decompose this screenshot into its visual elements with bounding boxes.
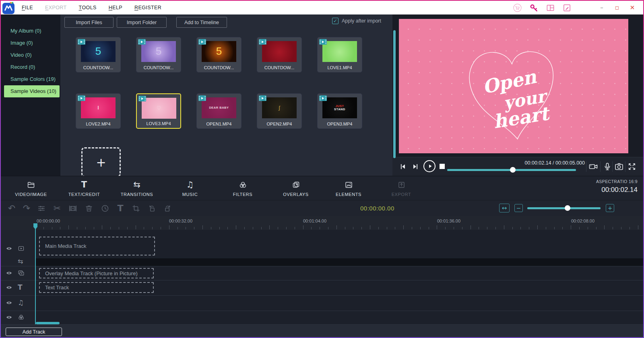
media-thumbnail: ♡ — [142, 98, 176, 119]
import-folder-button[interactable]: Import Folder — [117, 17, 167, 28]
menu-item-file[interactable]: FILE — [22, 5, 33, 10]
menu-item-export[interactable]: EXPORT — [45, 5, 67, 10]
media-item[interactable]: DEAR BABYOPEN1.MP4 — [196, 93, 242, 129]
ruler-tick — [102, 225, 102, 229]
track-visibility-toggle-eye-icon[interactable] — [6, 245, 12, 252]
zoom-fit-button[interactable]: ↔ — [499, 204, 510, 212]
next-frame-button[interactable] — [411, 162, 420, 171]
thumbnail-text: ʃ — [279, 105, 280, 111]
tab-transitions[interactable]: ⇆TRANSITIONS — [112, 180, 162, 197]
sidebar-item-image[interactable]: Image (0) — [4, 37, 60, 49]
media-item[interactable]: JUSTSTANDOPEN3.MP4 — [317, 93, 362, 129]
rotate-left-button[interactable] — [147, 203, 157, 214]
track-visibility-toggle-eye-icon[interactable] — [6, 314, 12, 321]
media-item[interactable]: 5COUNTDOW... — [136, 37, 181, 72]
sidebar-item-record[interactable]: Record (0) — [4, 61, 60, 73]
record-screen-button[interactable] — [588, 162, 599, 172]
apply-after-import-checkbox[interactable]: ✓ — [332, 18, 339, 24]
add-to-timeline-button[interactable]: Add to Timeline — [176, 17, 227, 28]
redo-button[interactable]: ↷ — [21, 203, 32, 214]
undo-button[interactable]: ↶ — [6, 203, 17, 214]
preview-progress-knob[interactable] — [510, 167, 516, 173]
tab-music[interactable]: ♫MUSIC — [165, 180, 215, 197]
app-window: FILEEXPORTTOOLSHELPREGISTER –◻✕ My Album… — [1, 1, 643, 337]
sidebar-item-my[interactable]: My Album (0) — [4, 25, 60, 37]
menu-item-register[interactable]: REGISTER — [134, 5, 161, 10]
preview-progress-slider[interactable] — [447, 169, 576, 171]
edit-pencil-icon[interactable] — [562, 3, 572, 12]
tab-text-credit[interactable]: TTEXT/CREDIT — [59, 180, 109, 197]
record-voiceover-button[interactable] — [603, 162, 613, 172]
zoom-out-button[interactable]: − — [514, 204, 523, 212]
track-dropzone-text[interactable]: Text Track — [39, 282, 154, 293]
track-dropzone-pip[interactable]: Overlay Media Track (Picture in Picture) — [39, 268, 154, 278]
timeline-timecode: 00:00:00.00 — [360, 205, 394, 212]
detach-button[interactable] — [68, 203, 78, 214]
transitions-icon: ⇆ — [112, 180, 162, 190]
adjust-button[interactable] — [36, 203, 47, 214]
ruler-tick — [512, 227, 513, 229]
playhead-line[interactable] — [35, 229, 36, 324]
track-separator — [1, 295, 643, 296]
snapshot-button[interactable] — [614, 162, 625, 172]
stop-button[interactable] — [440, 164, 445, 169]
ruler-tick — [378, 227, 379, 229]
tab-filters[interactable]: FILTERS — [218, 180, 268, 197]
media-library: ✓ Apply after import Import FilesImport … — [60, 14, 392, 176]
import-files-button[interactable]: Import Files — [64, 17, 114, 28]
add-media-button[interactable]: + — [81, 147, 121, 176]
media-item[interactable]: COUNTDOW... — [257, 37, 302, 72]
media-item[interactable]: 5COUNTDOW... — [76, 37, 121, 72]
ruler-tick — [588, 227, 588, 229]
duration-button[interactable] — [100, 203, 110, 214]
timeline-zoom-slider[interactable] — [527, 207, 601, 209]
tab-label: ELEMENTS — [324, 192, 374, 197]
track-separator — [1, 266, 643, 266]
timeline-ruler[interactable]: 00:00:00.0000:00:32.0000:01:04.0000:01:3… — [1, 216, 643, 230]
rotate-right-button[interactable] — [163, 203, 173, 214]
play-button[interactable] — [423, 160, 436, 172]
sidebar-item-sample[interactable]: Sample Videos (10) — [4, 85, 60, 97]
layout-panels-icon[interactable] — [545, 3, 555, 12]
crop-button[interactable] — [131, 203, 141, 214]
tab-elements[interactable]: ELEMENTS — [324, 180, 374, 197]
activation-key-icon[interactable] — [529, 3, 539, 12]
tab-video-image[interactable]: VIDEO/IMAGE — [6, 180, 56, 197]
add-text-button[interactable]: T — [115, 203, 126, 214]
track-dropzone-video[interactable]: Main Media Track — [39, 237, 155, 256]
zoom-in-button[interactable]: + — [606, 204, 614, 212]
fullscreen-button[interactable] — [627, 162, 638, 172]
track-visibility-toggle-eye-icon[interactable] — [6, 284, 12, 291]
ruler-tick — [462, 227, 462, 229]
media-item[interactable]: ♡LOVE3.MP4 — [136, 93, 181, 129]
tab-export[interactable]: EXPORT — [376, 180, 426, 197]
project-info: ASPECTRATIO 16:9 00:00:02.14 — [596, 179, 638, 194]
menu-item-help[interactable]: HELP — [109, 5, 122, 10]
media-item[interactable]: LOVE1.MP4 — [317, 37, 362, 72]
library-scrollbar[interactable] — [393, 30, 396, 158]
media-thumbnail — [262, 41, 297, 62]
minimize-button[interactable]: – — [594, 2, 609, 14]
media-item[interactable]: 5COUNTDOW... — [196, 37, 242, 72]
zoom-slider-knob[interactable] — [565, 205, 570, 211]
sidebar-item-sample[interactable]: Sample Colors (19) — [4, 73, 60, 85]
close-button[interactable]: ✕ — [625, 2, 640, 14]
media-item[interactable]: ʃOPEN2.MP4 — [257, 93, 302, 129]
track-headers: ⇆T♫ — [1, 230, 36, 324]
track-visibility-toggle-eye-icon[interactable] — [6, 270, 12, 276]
previous-frame-button[interactable] — [398, 162, 408, 171]
ruler-tick — [638, 225, 638, 229]
video-file-badge-icon — [259, 39, 266, 45]
media-thumbnail: DEAR BABY — [202, 97, 236, 118]
delete-button[interactable] — [84, 203, 94, 214]
store-cart-icon[interactable] — [512, 3, 522, 12]
sidebar-item-video[interactable]: Video (0) — [4, 49, 60, 61]
tab-overlays[interactable]: OVERLAYS — [271, 180, 321, 197]
add-track-button[interactable]: Add Track — [6, 328, 62, 336]
track-visibility-toggle-eye-icon[interactable] — [6, 299, 12, 306]
maximize-button[interactable]: ◻ — [609, 2, 625, 14]
media-item[interactable]: ILOVE2.MP4 — [76, 93, 121, 129]
thumbnail-text: DEAR BABY — [209, 106, 229, 109]
cut-button[interactable]: ✂ — [52, 203, 62, 214]
menu-item-tools[interactable]: TOOLS — [79, 5, 97, 10]
